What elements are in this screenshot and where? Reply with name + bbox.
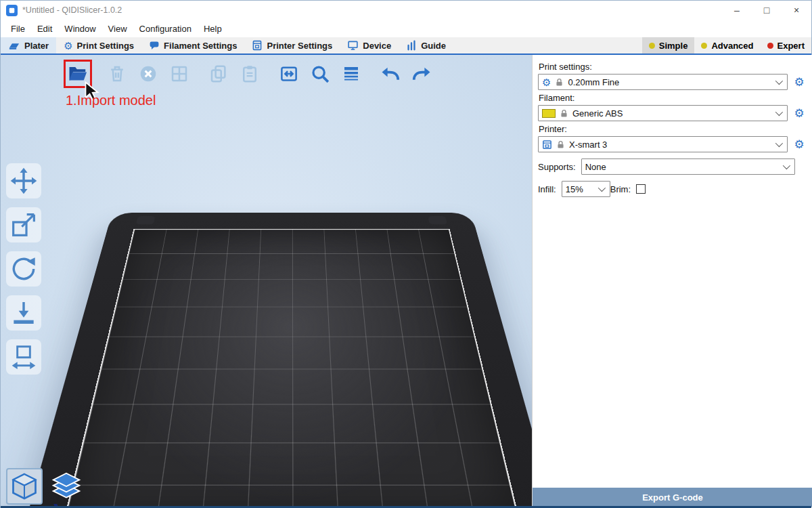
bed-grid [63, 229, 520, 508]
guide-icon [406, 40, 417, 51]
lock-icon [556, 140, 565, 149]
copy-icon [208, 64, 229, 84]
bed-frame [11, 213, 532, 508]
print-settings-label: Print settings: [539, 62, 806, 72]
tab-label: Printer Settings [267, 41, 332, 51]
measure-icon [10, 343, 37, 371]
copy-button[interactable] [206, 62, 231, 86]
brim-checkbox[interactable] [636, 184, 646, 194]
tab-label: Print Settings [77, 41, 135, 51]
move-button[interactable] [6, 163, 41, 198]
printer-label: Printer: [539, 124, 806, 134]
chevron-down-icon [775, 140, 783, 147]
filament-gear-button[interactable]: ⚙ [792, 108, 806, 119]
gear-icon: ⚙ [64, 41, 72, 51]
close-button[interactable]: × [782, 1, 811, 20]
redo-button[interactable] [409, 62, 434, 86]
import-model-button[interactable] [66, 62, 90, 86]
settings-sidebar: Print settings: ⚙ 0.20mm Fine ⚙ Filament… [532, 55, 812, 508]
arrange-icon [169, 64, 189, 84]
tab-filament-settings[interactable]: Filament Settings [141, 37, 244, 54]
lock-icon [560, 109, 568, 118]
infill-select[interactable]: 15% [562, 181, 610, 197]
variable-layer-height-button[interactable] [339, 62, 363, 86]
mode-label: Advanced [711, 41, 753, 51]
paste-button[interactable] [238, 62, 262, 86]
mode-advanced[interactable]: Advanced [694, 37, 760, 54]
tab-printer-settings[interactable]: Printer Settings [244, 37, 340, 54]
layers-preview-icon [51, 471, 81, 501]
move-icon [10, 167, 37, 194]
mode-simple[interactable]: Simple [642, 37, 695, 54]
instances-button[interactable] [277, 62, 301, 86]
supports-label: Supports: [538, 162, 576, 172]
print-settings-select[interactable]: ⚙ 0.20mm Fine [538, 74, 788, 90]
delete-all-button[interactable] [136, 62, 160, 86]
tab-print-settings[interactable]: ⚙ Print Settings [56, 37, 141, 54]
3d-viewport[interactable]: 1.Import model [1, 55, 532, 508]
instances-icon [279, 64, 299, 84]
arrange-button[interactable] [167, 62, 191, 86]
bed-clip-right [428, 216, 447, 224]
view-switch [6, 468, 85, 505]
delete-button[interactable] [105, 62, 129, 86]
print-bed [75, 169, 508, 507]
gear-icon: ⚙ [542, 77, 551, 87]
supports-value: None [585, 162, 606, 172]
menu-file[interactable]: File [5, 22, 31, 36]
printer-value: X-smart 3 [569, 140, 607, 150]
print-settings-gear-button[interactable]: ⚙ [792, 77, 806, 88]
brim-label: Brim: [610, 184, 631, 194]
tab-guide[interactable]: Guide [399, 37, 453, 54]
maximize-button[interactable]: □ [752, 1, 782, 20]
rotate-button[interactable] [6, 251, 41, 287]
search-icon [310, 64, 330, 84]
menu-configuration[interactable]: Configuration [133, 22, 198, 36]
chevron-down-icon [783, 162, 790, 169]
mode-label: Expert [777, 41, 805, 51]
plater-icon [8, 40, 20, 51]
export-gcode-button[interactable]: Export G-code [533, 488, 812, 507]
redo-icon [411, 64, 432, 84]
scale-button[interactable] [6, 207, 41, 242]
tab-label: Device [363, 41, 391, 51]
gizmo-toolbar [6, 163, 41, 375]
undo-icon [380, 64, 401, 84]
search-button[interactable] [308, 62, 332, 86]
tab-spacer [453, 37, 642, 54]
place-on-face-icon [10, 299, 37, 326]
printer-icon [252, 40, 263, 51]
plater-toolbar [66, 62, 434, 86]
supports-select[interactable]: None [581, 158, 795, 175]
menu-window[interactable]: Window [58, 22, 102, 36]
print-settings-value: 0.20mm Fine [568, 77, 619, 87]
measure-button[interactable] [6, 339, 41, 375]
filament-select[interactable]: Generic ABS [538, 105, 788, 121]
filament-label: Filament: [539, 93, 806, 103]
infill-value: 15% [566, 184, 583, 194]
chevron-down-icon [775, 77, 783, 85]
menubar: File Edit Window View Configuration Help [1, 20, 811, 37]
tab-device[interactable]: Device [340, 37, 399, 54]
printer-select[interactable]: X-smart 3 [538, 136, 788, 152]
app-logo-icon [6, 5, 18, 16]
import-annotation: 1.Import model [66, 93, 156, 108]
layers-preview-button[interactable] [48, 468, 85, 505]
tab-label: Filament Settings [164, 41, 237, 51]
printer-gear-button[interactable]: ⚙ [792, 139, 806, 150]
filament-value: Generic ABS [572, 108, 623, 119]
window-title: *Untitled - QIDISlicer-1.0.2 [22, 5, 122, 15]
place-on-face-button[interactable] [6, 295, 41, 331]
3d-view-button[interactable] [6, 468, 43, 505]
titlebar: *Untitled - QIDISlicer-1.0.2 – □ × [1, 1, 811, 20]
menu-view[interactable]: View [102, 22, 133, 36]
tab-plater[interactable]: Plater [1, 37, 56, 54]
undo-button[interactable] [378, 62, 403, 86]
chevron-down-icon [775, 108, 783, 116]
mode-expert[interactable]: Expert [761, 37, 811, 54]
menu-help[interactable]: Help [198, 22, 228, 36]
menu-edit[interactable]: Edit [31, 22, 58, 36]
rotate-icon [10, 255, 37, 282]
mode-label: Simple [659, 41, 688, 51]
minimize-button[interactable]: – [722, 1, 752, 20]
